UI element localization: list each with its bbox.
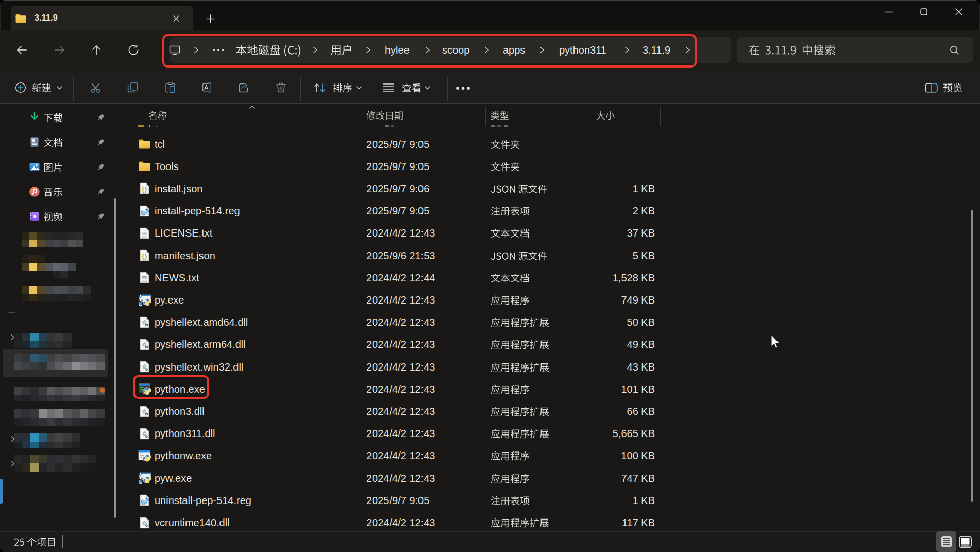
svg-text:{: { — [142, 186, 144, 193]
svg-text:}: } — [145, 253, 147, 260]
svg-text:}: } — [145, 186, 147, 193]
svg-text:{: { — [142, 253, 144, 260]
